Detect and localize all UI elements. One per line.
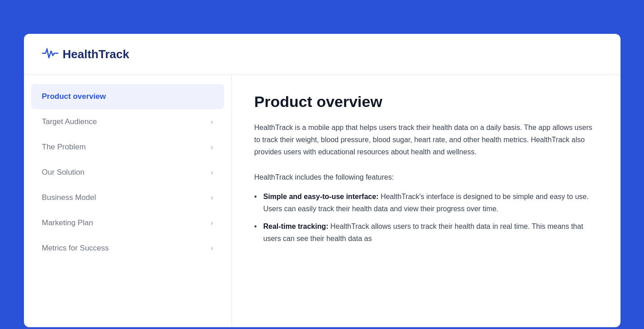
logo: HealthTrack [42, 46, 129, 62]
feature-bold-label: Simple and easy-to-use interface: [263, 193, 379, 200]
main-content: Product overview HealthTrack is a mobile… [232, 75, 620, 327]
app-name: HealthTrack [63, 47, 129, 61]
features-intro: HealthTrack includes the following featu… [254, 171, 598, 183]
nav-item-label: Our Solution [42, 168, 85, 177]
list-item: Simple and easy-to-use interface: Health… [254, 190, 598, 215]
logo-icon [42, 46, 58, 62]
nav-item-label: Business Model [42, 193, 96, 202]
page-title: Product overview [254, 93, 598, 111]
sidebar-item-marketing-plan[interactable]: Marketing Plan › [24, 210, 231, 236]
feature-list: Simple and easy-to-use interface: Health… [254, 190, 598, 245]
chevron-right-icon: › [211, 143, 213, 151]
sidebar-item-business-model[interactable]: Business Model › [24, 185, 231, 210]
chevron-right-icon: › [211, 219, 213, 227]
sidebar-item-metrics-for-success[interactable]: Metrics for Success › [24, 236, 231, 261]
nav-item-label: Product overview [42, 92, 106, 101]
nav-item-label: Metrics for Success [42, 244, 109, 253]
header: HealthTrack [24, 34, 620, 75]
chevron-right-icon: › [211, 168, 213, 176]
sidebar-item-target-audience[interactable]: Target Audience › [24, 109, 231, 134]
chevron-right-icon: › [211, 244, 213, 252]
nav-item-label: Target Audience [42, 117, 97, 126]
page-description: HealthTrack is a mobile app that helps u… [254, 121, 598, 158]
feature-bold-label: Real-time tracking: [263, 222, 329, 230]
sidebar-item-the-problem[interactable]: The Problem › [24, 134, 231, 160]
content-area: Product overview Target Audience › The P… [24, 75, 620, 327]
sidebar-item-product-overview[interactable]: Product overview [31, 84, 224, 109]
app-window: HealthTrack Product overview Target Audi… [24, 34, 620, 327]
chevron-right-icon: › [211, 194, 213, 202]
chevron-right-icon: › [211, 118, 213, 126]
nav-item-label: The Problem [42, 143, 86, 152]
nav-item-label: Marketing Plan [42, 218, 93, 227]
sidebar-item-our-solution[interactable]: Our Solution › [24, 160, 231, 185]
list-item: Real-time tracking: HealthTrack allows u… [254, 220, 598, 245]
sidebar: Product overview Target Audience › The P… [24, 75, 232, 327]
